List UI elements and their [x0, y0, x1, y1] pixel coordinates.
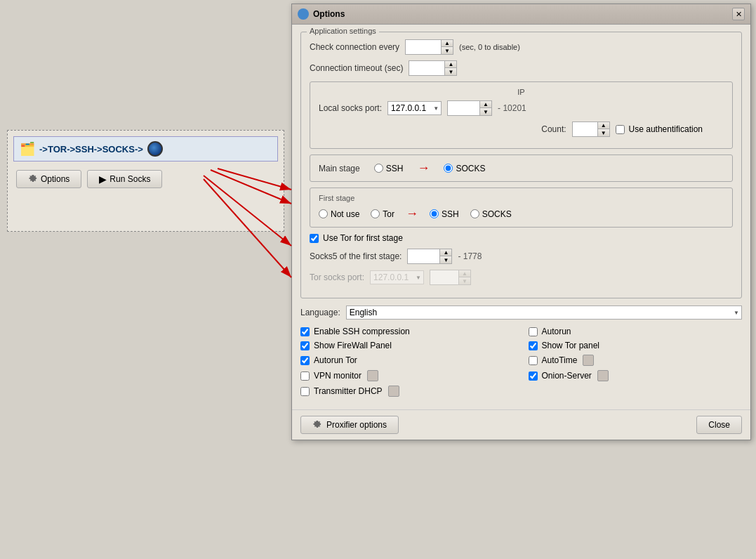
conn-timeout-down-btn[interactable]: ▼: [445, 68, 456, 75]
autotime-color-dot: [583, 355, 594, 366]
autorun-text: Autorun: [542, 327, 571, 336]
first-stage-socks-input[interactable]: [470, 209, 479, 218]
use-auth-label: Use authentification: [629, 124, 703, 134]
ip-header: IP: [319, 88, 724, 96]
vpn-monitor-text: VPN monitor: [314, 371, 362, 381]
main-stage-socks-input[interactable]: [444, 164, 453, 173]
tor-socks-port-spinbox[interactable]: 9050 ▲ ▼: [430, 270, 471, 285]
conn-timeout-spinbox[interactable]: 20 ▲ ▼: [409, 60, 457, 76]
main-stage-socks-radio[interactable]: SOCKS: [444, 164, 485, 173]
tor-socks-ip-select[interactable]: 127.0.0.1: [370, 270, 424, 284]
show-firewall-checkbox[interactable]: [300, 341, 310, 350]
left-panel: 🗂️ ->TOR->SSH->SOCKS-> Options ▶ Run Soc…: [7, 130, 284, 232]
count-up-btn[interactable]: ▲: [598, 122, 609, 129]
count-down-btn[interactable]: ▼: [598, 129, 609, 136]
transmitter-dhcp-row: Transmitter DHCP: [300, 386, 515, 397]
tor-socks-ip-wrapper[interactable]: 127.0.0.1: [370, 270, 424, 284]
port-spinbox-btns: ▲ ▼: [479, 101, 491, 115]
transmitter-dhcp-label[interactable]: Transmitter DHCP: [300, 386, 383, 396]
enable-ssh-compression-label[interactable]: Enable SSH compression: [300, 327, 515, 336]
dialog-close-button[interactable]: ✕: [732, 8, 745, 20]
autotime-checkbox[interactable]: [529, 356, 538, 365]
main-stage-ssh-radio[interactable]: SSH: [374, 164, 404, 173]
dialog-footer: Proxifier options Close: [292, 409, 750, 440]
count-spinbox[interactable]: 1 ▲ ▼: [572, 121, 610, 137]
check-connection-up-btn[interactable]: ▲: [442, 40, 453, 47]
socks5-label: Socks5 of the first stage:: [310, 251, 402, 261]
port-range: - 10201: [498, 103, 526, 113]
first-stage-socks-radio[interactable]: SOCKS: [470, 209, 512, 219]
autotime-text: AutoTime: [542, 355, 578, 365]
port-up-btn[interactable]: ▲: [480, 101, 491, 108]
dialog-titlebar: Options ✕: [292, 4, 750, 25]
close-btn-label: Close: [708, 420, 730, 430]
close-button[interactable]: Close: [696, 416, 742, 434]
tor-socks-port-down-btn[interactable]: ▼: [459, 277, 470, 284]
enable-ssh-compression-checkbox[interactable]: [300, 327, 310, 336]
count-row: Count: 1 ▲ ▼ Use authentification: [319, 121, 724, 137]
socks5-up-btn[interactable]: ▲: [440, 249, 451, 256]
socks5-down-btn[interactable]: ▼: [440, 256, 451, 263]
port-spinbox[interactable]: 10200 ▲ ▼: [447, 100, 492, 116]
app-settings-title: Application settings: [307, 27, 379, 35]
vpn-monitor-checkbox[interactable]: [300, 371, 310, 381]
socks5-input[interactable]: 1777: [408, 250, 439, 263]
conn-timeout-up-btn[interactable]: ▲: [445, 61, 456, 68]
socks5-spinbox[interactable]: 1777 ▲ ▼: [407, 249, 452, 264]
ip-select-wrapper[interactable]: 127.0.0.1: [387, 101, 442, 115]
show-tor-panel-label[interactable]: Show Tor panel: [529, 341, 743, 350]
run-socks-button[interactable]: ▶ Run Socks: [87, 170, 162, 188]
count-label: Count:: [541, 124, 566, 134]
use-auth-checkbox[interactable]: [616, 125, 625, 134]
check-connection-down-btn[interactable]: ▼: [442, 47, 453, 54]
port-input[interactable]: 10200: [448, 102, 479, 114]
onion-server-checkbox[interactable]: [529, 371, 538, 381]
transmitter-dhcp-checkbox[interactable]: [300, 387, 310, 396]
first-stage-ssh-input[interactable]: [430, 209, 439, 218]
onion-server-label[interactable]: Onion-Server: [529, 371, 592, 381]
check-connection-spinbox[interactable]: 10 ▲ ▼: [405, 39, 453, 55]
tor-socks-port-input[interactable]: 9050: [430, 271, 458, 284]
first-stage-ssh-radio[interactable]: SSH: [430, 209, 459, 219]
first-stage-notuse-radio[interactable]: Not use: [319, 209, 359, 219]
use-tor-checkbox[interactable]: [310, 234, 319, 243]
language-select-wrapper[interactable]: English Russian German French: [346, 305, 742, 320]
show-tor-panel-checkbox[interactable]: [529, 341, 538, 350]
vpn-monitor-label[interactable]: VPN monitor: [300, 371, 362, 381]
autotime-label[interactable]: AutoTime: [529, 355, 578, 365]
options-button[interactable]: Options: [16, 170, 81, 188]
dialog-title-text: Options: [313, 9, 345, 19]
first-stage-tor-input[interactable]: [371, 209, 380, 218]
use-tor-checkbox-label[interactable]: Use Tor for first stage: [310, 233, 403, 243]
globe-icon: [147, 141, 163, 157]
check-connection-input[interactable]: 10: [406, 41, 441, 53]
chain-display: 🗂️ ->TOR->SSH->SOCKS->: [13, 136, 278, 162]
check-connection-spinbox-btns: ▲ ▼: [441, 40, 453, 54]
autorun-checkbox[interactable]: [529, 327, 538, 336]
first-stage-notuse-input[interactable]: [319, 209, 328, 218]
main-stage-ssh-input[interactable]: [374, 164, 383, 173]
conn-timeout-input[interactable]: 20: [409, 62, 444, 74]
show-firewall-label[interactable]: Show FireWall Panel: [300, 341, 515, 350]
autorun-tor-label[interactable]: Autorun Tor: [300, 355, 515, 366]
first-stage-tor-radio[interactable]: Tor: [371, 209, 394, 219]
vpn-monitor-color-dot: [367, 370, 378, 381]
empty-cell: [529, 386, 743, 397]
port-down-btn[interactable]: ▼: [480, 108, 491, 115]
main-stage-socks-label: SOCKS: [456, 164, 485, 173]
arrow-first-stage: →: [406, 206, 418, 221]
language-select[interactable]: English Russian German French: [346, 305, 742, 320]
onion-server-text: Onion-Server: [542, 371, 592, 381]
autorun-tor-text: Autorun Tor: [314, 355, 357, 365]
use-auth-checkbox-label[interactable]: Use authentification: [616, 124, 703, 134]
local-socks-label: Local socks port:: [319, 103, 382, 113]
panel-buttons: Options ▶ Run Socks: [13, 167, 278, 191]
count-input[interactable]: 1: [573, 123, 597, 136]
autorun-label[interactable]: Autorun: [529, 327, 743, 336]
ip-select[interactable]: 127.0.0.1: [387, 101, 442, 115]
folder-icon: 🗂️: [20, 141, 35, 157]
tor-socks-port-up-btn[interactable]: ▲: [459, 270, 470, 277]
autorun-tor-checkbox[interactable]: [300, 356, 310, 365]
show-firewall-text: Show FireWall Panel: [314, 341, 392, 350]
proxifier-options-button[interactable]: Proxifier options: [300, 416, 399, 434]
